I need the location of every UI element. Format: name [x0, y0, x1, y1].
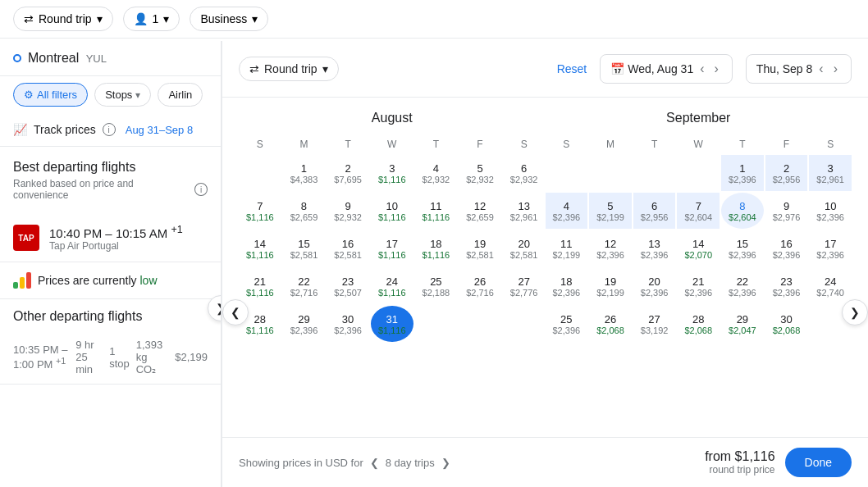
- trip-prev-button[interactable]: ❮: [370, 457, 379, 469]
- day-header-W: W: [371, 135, 413, 153]
- day-cell-23[interactable]: 23$2,396: [765, 268, 808, 304]
- day-cell-12[interactable]: 12$2,396: [589, 230, 632, 266]
- day-cell-7[interactable]: 7$1,116: [239, 193, 281, 229]
- calendar-prev-button[interactable]: ❮: [222, 299, 249, 325]
- day-price: $2,396: [729, 250, 756, 260]
- day-cell-12[interactable]: 12$2,659: [459, 193, 501, 229]
- day-cell-15[interactable]: 15$2,396: [721, 230, 764, 266]
- done-section: from $1,116 round trip price Done: [705, 448, 852, 477]
- day-cell-30[interactable]: 30$2,068: [765, 306, 808, 342]
- day-header-S: S: [239, 135, 281, 153]
- day-cell-16[interactable]: 16$2,581: [327, 230, 369, 266]
- passengers-count: 1: [153, 12, 159, 25]
- all-filters-chip[interactable]: ⚙ All filters: [13, 83, 88, 107]
- day-cell-19[interactable]: 19$2,199: [589, 268, 632, 304]
- day-price: $2,961: [510, 212, 538, 222]
- best-flights-info-icon[interactable]: i: [194, 183, 208, 196]
- track-prices-info-icon[interactable]: i: [103, 123, 116, 136]
- day-cell-29[interactable]: 29$2,047: [721, 306, 764, 342]
- day-cell-15[interactable]: 15$2,581: [283, 230, 326, 266]
- day-cell-31[interactable]: 31$1,116: [371, 306, 413, 342]
- day-cell-13[interactable]: 13$2,396: [633, 230, 676, 266]
- day-price: $2,956: [641, 212, 669, 222]
- day-cell-25[interactable]: 25$2,396: [546, 306, 588, 342]
- day-cell-16[interactable]: 16$2,396: [765, 230, 808, 266]
- day-cell-29[interactable]: 29$2,396: [283, 306, 326, 342]
- depart-prev-button[interactable]: ‹: [697, 60, 707, 78]
- other-flights-title: Other departing flights: [0, 299, 221, 330]
- day-cell-8[interactable]: 8$2,659: [283, 193, 326, 229]
- day-cell-11[interactable]: 11$2,199: [546, 230, 588, 266]
- class-button[interactable]: Business ▾: [190, 7, 268, 31]
- day-cell-6[interactable]: 6$2,956: [633, 193, 676, 229]
- day-cell-1[interactable]: 1$2,396: [721, 155, 764, 191]
- day-cell-23[interactable]: 23$2,507: [327, 268, 369, 304]
- day-cell-30[interactable]: 30$2,396: [327, 306, 369, 342]
- day-cell-17[interactable]: 17$2,396: [809, 230, 852, 266]
- depart-next-button[interactable]: ›: [711, 60, 722, 78]
- day-cell-26[interactable]: 26$2,068: [589, 306, 632, 342]
- day-cell-14[interactable]: 14$1,116: [239, 230, 281, 266]
- day-cell-6[interactable]: 6$2,932: [503, 155, 546, 191]
- day-cell-8[interactable]: 8$2,604: [721, 193, 764, 229]
- day-cell-18[interactable]: 18$1,116: [415, 230, 458, 266]
- return-date-label: Thu, Sep 8: [756, 62, 813, 75]
- day-number: 31: [386, 313, 398, 325]
- airlines-chip[interactable]: Airlin: [158, 83, 203, 107]
- return-next-button[interactable]: ›: [830, 60, 841, 78]
- day-cell-18[interactable]: 18$2,396: [546, 268, 588, 304]
- reset-button[interactable]: Reset: [557, 62, 587, 75]
- day-cell-3[interactable]: 3$1,116: [371, 155, 413, 191]
- day-cell-2[interactable]: 2$2,956: [765, 155, 808, 191]
- day-cell-4[interactable]: 4$2,396: [546, 193, 588, 229]
- day-cell-20[interactable]: 20$2,396: [633, 268, 676, 304]
- trip-next-button[interactable]: ❯: [441, 457, 450, 469]
- search-row: Montreal YUL: [0, 41, 221, 76]
- other-flight-row[interactable]: 10:35 PM – 1:00 PM +1 9 hr 25 min 1 stop…: [0, 330, 221, 385]
- day-cell-28[interactable]: 28$2,068: [677, 306, 720, 342]
- day-cell-27[interactable]: 27$3,192: [633, 306, 676, 342]
- round-trip-button[interactable]: ⇄ Round trip ▾: [13, 7, 113, 31]
- day-cell-2[interactable]: 2$7,695: [327, 155, 369, 191]
- return-prev-button[interactable]: ‹: [815, 60, 826, 78]
- day-cell-4[interactable]: 4$2,932: [415, 155, 458, 191]
- day-cell-5[interactable]: 5$2,932: [459, 155, 501, 191]
- day-cell-21[interactable]: 21$1,116: [239, 268, 281, 304]
- day-cell-14[interactable]: 14$2,070: [677, 230, 720, 266]
- day-cell-22[interactable]: 22$2,396: [721, 268, 764, 304]
- day-cell-25[interactable]: 25$2,188: [415, 268, 458, 304]
- day-price: $2,581: [290, 250, 318, 260]
- calendar-round-trip-button[interactable]: ⇄ Round trip ▾: [239, 57, 339, 81]
- day-cell-13[interactable]: 13$2,961: [503, 193, 546, 229]
- day-cell-11[interactable]: 11$1,116: [415, 193, 458, 229]
- best-flight-card[interactable]: TAP 10:40 PM – 10:15 AM +1 Tap Air Portu…: [0, 214, 221, 262]
- done-button[interactable]: Done: [785, 448, 852, 477]
- origin-input[interactable]: Montreal YUL: [28, 51, 107, 66]
- day-cell-5[interactable]: 5$2,199: [589, 193, 632, 229]
- day-number: 4: [433, 162, 439, 175]
- day-cell-24[interactable]: 24$1,116: [371, 268, 413, 304]
- day-number: 27: [518, 275, 529, 288]
- stops-chip[interactable]: Stops ▾: [94, 83, 151, 107]
- day-cell-3[interactable]: 3$2,961: [809, 155, 852, 191]
- day-price: $2,581: [334, 250, 362, 260]
- day-cell-7[interactable]: 7$2,604: [677, 193, 720, 229]
- track-prices-row[interactable]: 📈 Track prices i Aug 31–Sep 8: [0, 113, 221, 147]
- day-cell-9[interactable]: 9$2,976: [765, 193, 808, 229]
- class-chevron: ▾: [252, 12, 258, 25]
- day-cell-19[interactable]: 19$2,581: [459, 230, 501, 266]
- day-cell-10[interactable]: 10$2,396: [809, 193, 852, 229]
- day-cell-27[interactable]: 27$2,776: [503, 268, 546, 304]
- day-header-S: S: [546, 135, 588, 153]
- day-cell-1[interactable]: 1$4,383: [283, 155, 326, 191]
- day-cell-20[interactable]: 20$2,581: [503, 230, 546, 266]
- calendar-next-button[interactable]: ❯: [842, 299, 868, 325]
- passengers-button[interactable]: 👤 1 ▾: [123, 7, 180, 31]
- day-cell-10[interactable]: 10$1,116: [371, 193, 413, 229]
- day-cell-17[interactable]: 17$1,116: [371, 230, 413, 266]
- day-cell-26[interactable]: 26$2,716: [459, 268, 501, 304]
- day-cell-21[interactable]: 21$2,396: [677, 268, 720, 304]
- day-cell-9[interactable]: 9$2,932: [327, 193, 369, 229]
- day-cell-22[interactable]: 22$2,716: [283, 268, 326, 304]
- day-cell-24[interactable]: 24$2,740: [809, 268, 852, 304]
